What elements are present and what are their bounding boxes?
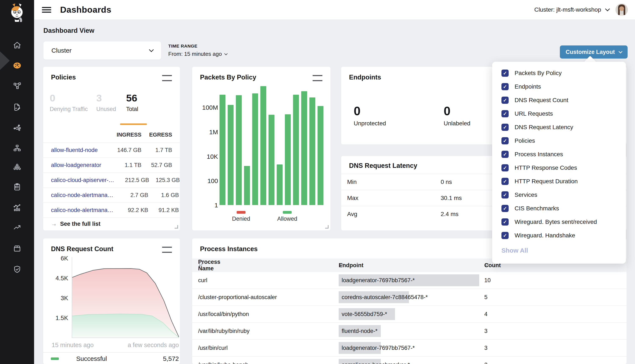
- menu-item-packets-by-policy[interactable]: ✓Packets By Policy: [492, 66, 626, 80]
- menu-item-url-requests[interactable]: ✓URL Requests: [492, 107, 626, 120]
- policy-link[interactable]: allow-fluentd-node: [51, 147, 106, 154]
- table-row: /var/lib/ruby/bin/ruby fluentd-node-* 3: [192, 323, 626, 340]
- dns-legend-row[interactable]: Successful 5,572: [51, 355, 179, 362]
- policy-link[interactable]: calico-node-alertmana…: [51, 192, 113, 198]
- legend-denied-label: Denied: [225, 216, 257, 222]
- checkbox-checked-icon[interactable]: ✓: [501, 137, 509, 144]
- policies-stat-denying[interactable]: 0 Denying Traffic: [50, 93, 88, 112]
- count-value: 4: [484, 311, 488, 318]
- checkbox-checked-icon[interactable]: ✓: [501, 218, 509, 226]
- home-icon: [13, 41, 21, 50]
- sidebar-item-nodes[interactable]: [13, 144, 21, 152]
- policies-stat-total[interactable]: 56 Total: [126, 93, 138, 112]
- sidebar-item-threat-defense[interactable]: [13, 265, 21, 274]
- sidebar-item-service-graph[interactable]: [13, 124, 21, 132]
- table-row: /usr/bin/curl loadgenerator-7697bb7567-*…: [192, 340, 626, 356]
- checkbox-checked-icon[interactable]: ✓: [501, 151, 509, 158]
- trend-up-icon: [13, 223, 21, 232]
- count-value: 3: [484, 362, 488, 364]
- col-ingress[interactable]: INGRESS: [106, 132, 141, 138]
- ingress-value: 2.7 GB: [113, 192, 148, 198]
- policy-link[interactable]: calico-cloud-apiserver-…: [51, 177, 114, 184]
- col-count[interactable]: Count: [484, 262, 490, 268]
- checkbox-checked-icon[interactable]: ✓: [501, 178, 509, 185]
- col-endpoint[interactable]: Endpoint: [339, 262, 344, 268]
- menu-item-services[interactable]: ✓Services: [492, 188, 626, 202]
- time-range-control[interactable]: TIME RANGE From: 15 minutes ago: [168, 44, 227, 57]
- table-row: curl loadgenerator-7697bb7567-* 10: [192, 272, 626, 289]
- service-graph-icon: [13, 124, 21, 132]
- arrow-right-icon: →: [51, 221, 57, 227]
- checkbox-checked-icon[interactable]: ✓: [501, 164, 509, 172]
- menu-toggle-button[interactable]: [42, 6, 51, 14]
- endpoint-value: vote-5655bd759-*: [342, 311, 387, 318]
- sidebar-item-compliance[interactable]: [13, 183, 21, 191]
- dashboard-view-select[interactable]: Cluster: [43, 42, 161, 60]
- menu-item-endpoints[interactable]: ✓Endpoints: [492, 80, 626, 94]
- checkbox-checked-icon[interactable]: ✓: [501, 232, 509, 239]
- drag-handle-icon[interactable]: [162, 75, 172, 81]
- menu-item-process-instances[interactable]: ✓Process Instances: [492, 148, 626, 161]
- checkbox-checked-icon[interactable]: ✓: [501, 124, 509, 131]
- sidebar-item-images[interactable]: [13, 244, 21, 252]
- sidebar-item-workloads[interactable]: [13, 163, 21, 171]
- col-process-name[interactable]: Process Name: [198, 262, 204, 268]
- latency-value: 30.1 ms: [441, 195, 462, 202]
- menu-item-wireguard-bytes[interactable]: ✓Wireguard. Bytes sent/received: [492, 215, 626, 229]
- resize-handle[interactable]: [325, 225, 328, 228]
- menu-item-dns-request-count[interactable]: ✓DNS Request Count: [492, 94, 626, 107]
- sidebar-item-activity[interactable]: [13, 204, 21, 212]
- sidebar-item-trends[interactable]: [13, 223, 21, 232]
- checkbox-checked-icon[interactable]: ✓: [501, 205, 509, 212]
- endpoints-stat-unlabeled: 0 Unlabeled: [444, 105, 470, 127]
- sidebar-item-home[interactable]: [13, 41, 21, 50]
- policy-link[interactable]: calico-node-alertmana…: [51, 207, 113, 214]
- checkbox-checked-icon[interactable]: ✓: [501, 83, 509, 90]
- see-full-list-link[interactable]: See the full list: [60, 221, 101, 227]
- customize-layout-menu: ✓Packets By Policy ✓Endpoints ✓DNS Reque…: [492, 62, 626, 264]
- col-egress[interactable]: EGRESS: [141, 132, 172, 138]
- checkbox-checked-icon[interactable]: ✓: [501, 96, 509, 104]
- stat-label: Unlabeled: [444, 120, 470, 127]
- sidebar: [0, 0, 34, 364]
- chevron-down-icon: [605, 6, 610, 12]
- stat-value: 3: [96, 93, 116, 103]
- policy-link[interactable]: allow-loadgenerator: [51, 162, 106, 168]
- dns-request-count-card: DNS Request Count 6K 4.5K 3K 1.5K 15 min…: [43, 238, 180, 364]
- menu-item-dns-request-latency[interactable]: ✓DNS Request Latency: [492, 120, 626, 134]
- menu-item-policies[interactable]: ✓Policies: [492, 134, 626, 148]
- drag-handle-icon[interactable]: [313, 75, 322, 81]
- user-avatar[interactable]: [615, 4, 628, 16]
- y-tick: 4.5K: [49, 275, 68, 282]
- stat-value: 0: [50, 93, 88, 103]
- table-row: allow-fluentd-node 146.7 GB 1.7 TB: [43, 143, 180, 158]
- menu-item-cis-benchmarks[interactable]: ✓CIS Benchmarks: [492, 202, 626, 215]
- ingress-value: 212.5 GB: [114, 177, 149, 184]
- show-all-link[interactable]: Show All: [501, 247, 626, 254]
- sidebar-item-network-policies[interactable]: [13, 82, 21, 90]
- checkbox-checked-icon[interactable]: ✓: [501, 110, 509, 117]
- dns-count-card-title: DNS Request Count: [51, 245, 113, 253]
- policies-table: INGRESS EGRESS allow-fluentd-node 146.7 …: [43, 127, 180, 230]
- calico-logo: [8, 2, 26, 24]
- latency-label: Min: [341, 178, 441, 186]
- resize-handle[interactable]: [175, 225, 178, 228]
- policies-stat-unused[interactable]: 3 Unused: [96, 93, 116, 112]
- topbar: Dashboards Cluster: jlt-msft-workshop: [34, 0, 635, 20]
- legend-successful-label: Successful: [76, 355, 107, 362]
- egress-value: 125.3 GB: [149, 177, 180, 184]
- customize-layout-button[interactable]: Customize Layout: [560, 46, 627, 58]
- sidebar-item-dashboards-active[interactable]: [13, 61, 21, 70]
- active-tab-underline: [120, 124, 147, 125]
- menu-item-http-request-duration[interactable]: ✓HTTP Request Duration: [492, 174, 626, 188]
- checkbox-checked-icon[interactable]: ✓: [501, 70, 509, 77]
- sidebar-item-reports[interactable]: [13, 103, 21, 112]
- cluster-circles-icon: [13, 163, 21, 171]
- cluster-selector[interactable]: Cluster: jlt-msft-workshop: [534, 6, 609, 13]
- menu-item-wireguard-handshake[interactable]: ✓Wireguard. Handshake: [492, 229, 626, 242]
- x-label-left: 15 minutes ago: [52, 342, 94, 348]
- packets-card-title: Packets By Policy: [200, 74, 256, 81]
- checkbox-checked-icon[interactable]: ✓: [501, 191, 509, 198]
- drag-handle-icon[interactable]: [162, 247, 172, 253]
- menu-item-http-response-codes[interactable]: ✓HTTP Response Codes: [492, 161, 626, 174]
